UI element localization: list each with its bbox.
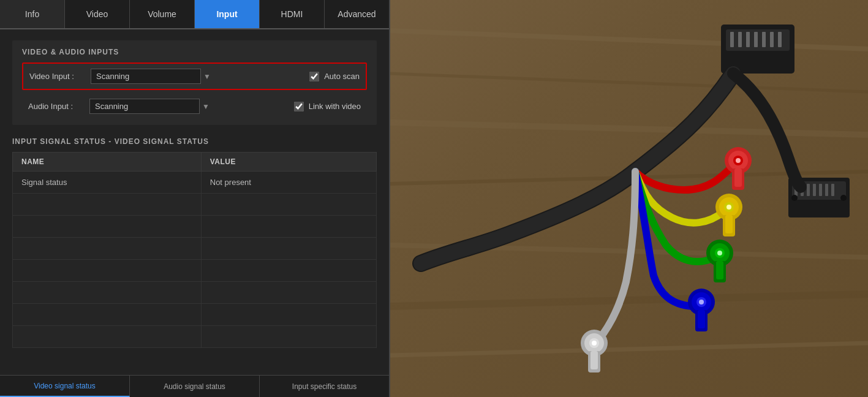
photo-background — [390, 0, 868, 397]
empty-cell — [201, 260, 376, 282]
svg-rect-54 — [819, 184, 822, 196]
video-input-select[interactable]: Scanning — [91, 69, 201, 84]
signal-section: INPUT SIGNAL STATUS - VIDEO SIGNAL STATU… — [12, 137, 377, 364]
svg-rect-23 — [734, 168, 742, 187]
auto-scan-checkbox-item[interactable]: Auto scan — [309, 72, 360, 81]
empty-cell — [201, 194, 376, 216]
tab-advanced[interactable]: Advanced — [325, 0, 389, 28]
table-row — [13, 260, 377, 282]
svg-rect-29 — [725, 215, 733, 233]
cables-illustration — [390, 0, 868, 397]
empty-cell — [13, 304, 202, 326]
svg-rect-41 — [698, 310, 705, 328]
table-row — [13, 282, 377, 304]
video-select-arrow-icon: ▼ — [203, 72, 211, 81]
svg-rect-53 — [813, 184, 816, 196]
audio-input-select[interactable]: Scanning — [89, 99, 200, 114]
bottom-tab-audio-signal[interactable]: Audio signal status — [130, 376, 260, 397]
signal-table: NAME VALUE Signal status Not present — [12, 152, 377, 348]
svg-point-21 — [736, 158, 741, 163]
tab-input[interactable]: Input — [195, 0, 260, 28]
table-row — [13, 216, 377, 238]
empty-cell — [13, 260, 202, 282]
right-panel — [390, 0, 868, 397]
empty-cell — [201, 238, 376, 260]
svg-rect-35 — [716, 261, 723, 279]
tab-video[interactable]: Video — [65, 0, 130, 28]
tab-hdmi[interactable]: HDMI — [260, 0, 325, 28]
table-row — [13, 326, 377, 348]
auto-scan-label: Auto scan — [324, 72, 360, 81]
video-input-label: Video Input : — [29, 72, 91, 81]
signal-status-name: Signal status — [13, 172, 202, 194]
link-with-video-checkbox-item[interactable]: Link with video — [294, 102, 361, 112]
empty-cell — [201, 304, 376, 326]
svg-rect-17 — [778, 32, 782, 47]
svg-rect-11 — [730, 32, 734, 47]
tab-info[interactable]: Info — [0, 0, 65, 28]
audio-input-select-wrap: Scanning ▼ — [89, 99, 294, 114]
svg-point-27 — [726, 205, 731, 210]
svg-rect-55 — [825, 184, 828, 196]
table-row: Signal status Not present — [13, 172, 377, 194]
bottom-tab-input-specific[interactable]: Input specific status — [260, 376, 389, 397]
video-checkbox-group: Auto scan — [309, 72, 360, 81]
svg-point-33 — [717, 251, 722, 255]
empty-cell — [13, 216, 202, 238]
svg-point-57 — [791, 195, 798, 201]
content-area: VIDEO & AUDIO INPUTS Video Input : Scann… — [0, 29, 389, 375]
bottom-tab-bar: Video signal status Audio signal status … — [0, 375, 389, 397]
inputs-section: VIDEO & AUDIO INPUTS Video Input : Scann… — [12, 40, 377, 125]
signal-section-title: INPUT SIGNAL STATUS - VIDEO SIGNAL STATU… — [12, 137, 377, 146]
audio-input-row: Audio Input : Scanning ▼ Link with video — [22, 95, 367, 118]
svg-point-58 — [840, 195, 847, 201]
empty-cell — [201, 216, 376, 238]
svg-rect-52 — [807, 184, 810, 196]
empty-cell — [201, 282, 376, 304]
svg-rect-56 — [831, 184, 834, 196]
video-input-select-wrap: Scanning ▼ — [91, 69, 309, 84]
svg-rect-15 — [762, 32, 766, 47]
inputs-section-title: VIDEO & AUDIO INPUTS — [22, 48, 367, 56]
svg-rect-16 — [770, 32, 774, 47]
left-panel: Info Video Volume Input HDMI Advanced VI… — [0, 0, 390, 397]
auto-scan-checkbox[interactable] — [309, 72, 319, 81]
empty-cell — [13, 238, 202, 260]
link-with-video-label: Link with video — [309, 102, 361, 111]
bottom-tab-video-signal[interactable]: Video signal status — [0, 376, 130, 397]
svg-rect-14 — [754, 32, 758, 47]
table-row — [13, 304, 377, 326]
svg-point-39 — [699, 300, 704, 304]
audio-select-arrow-icon: ▼ — [202, 102, 209, 111]
col-value-header: VALUE — [201, 153, 376, 172]
svg-point-45 — [592, 341, 597, 346]
audio-input-label: Audio Input : — [28, 102, 89, 111]
tab-bar: Info Video Volume Input HDMI Advanced — [0, 0, 389, 29]
video-input-row: Video Input : Scanning ▼ Auto scan — [22, 62, 367, 90]
empty-cell — [201, 326, 376, 348]
svg-rect-47 — [591, 351, 598, 369]
svg-rect-12 — [738, 32, 742, 47]
signal-status-value: Not present — [201, 172, 376, 194]
audio-checkbox-group: Link with video — [294, 102, 361, 112]
tab-volume[interactable]: Volume — [130, 0, 195, 28]
empty-cell — [13, 282, 202, 304]
svg-rect-13 — [746, 32, 750, 47]
link-with-video-checkbox[interactable] — [294, 102, 304, 112]
table-row — [13, 194, 377, 216]
col-name-header: NAME — [13, 153, 202, 172]
table-header-row: NAME VALUE — [13, 153, 377, 172]
empty-cell — [13, 326, 202, 348]
empty-cell — [13, 194, 202, 216]
table-row — [13, 238, 377, 260]
